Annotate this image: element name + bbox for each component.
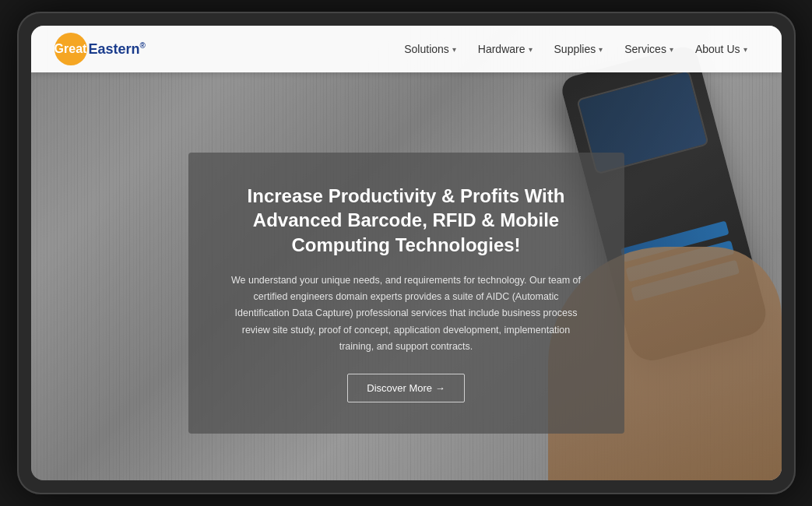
chevron-down-icon: ▾ (599, 45, 603, 54)
logo-link[interactable]: Great Eastern® (54, 33, 146, 65)
hero-content-box: Increase Productivity & Profits With Adv… (188, 153, 624, 434)
navbar: Great Eastern® Solutions ▾ Hardware ▾ (31, 26, 782, 72)
hero-title: Increase Productivity & Profits With Adv… (227, 184, 585, 257)
discover-more-button[interactable]: Discover More → (347, 374, 464, 402)
chevron-down-icon: ▾ (529, 45, 533, 54)
nav-link-solutions[interactable]: Solutions ▾ (393, 37, 467, 61)
chevron-down-icon: ▾ (670, 45, 673, 54)
nav-item-hardware: Hardware ▾ (467, 37, 543, 61)
logo-great: Great (54, 33, 87, 65)
nav-link-services[interactable]: Services ▾ (613, 37, 684, 61)
nav-link-hardware[interactable]: Hardware ▾ (467, 37, 543, 61)
nav-menu: Solutions ▾ Hardware ▾ Supplies ▾ (393, 37, 758, 61)
chevron-down-icon: ▾ (452, 45, 456, 54)
chevron-down-icon: ▾ (743, 45, 747, 54)
nav-link-supplies[interactable]: Supplies ▾ (543, 37, 614, 61)
tablet-frame: Great Eastern® Solutions ▾ Hardware ▾ (17, 12, 796, 494)
nav-item-services: Services ▾ (613, 37, 684, 61)
logo-eastern: Eastern® (89, 41, 146, 58)
screen: Great Eastern® Solutions ▾ Hardware ▾ (31, 26, 782, 480)
nav-item-solutions: Solutions ▾ (393, 37, 467, 61)
nav-item-supplies: Supplies ▾ (543, 37, 614, 61)
hero-description: We understand your unique needs, and req… (227, 272, 585, 355)
nav-item-about: About Us ▾ (684, 37, 758, 61)
nav-link-about[interactable]: About Us ▾ (684, 37, 758, 61)
